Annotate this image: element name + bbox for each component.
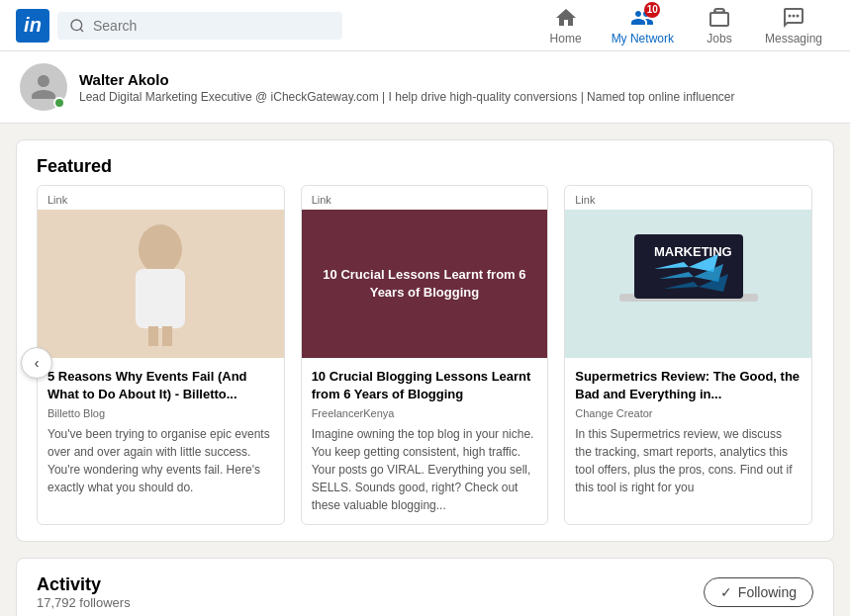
search-icon [69,18,85,34]
nav-jobs-label: Jobs [707,32,731,45]
nav-items: Home 10 My Network Jobs [536,2,834,49]
main-content: Featured ‹ Link [0,124,850,616]
featured-section: Featured ‹ Link [16,139,834,542]
card-2-image: 10 Crucial Lessons Learnt from 6 Years o… [302,210,548,358]
card-1-image [38,210,284,358]
card-3-image: MARKETING [565,210,811,358]
activity-section: Activity 17,792 followers ✓ Following Po… [16,558,834,616]
activity-followers: 17,792 followers [37,595,131,610]
carousel-prev-button[interactable]: ‹ [21,347,52,379]
nav-messaging-label: Messaging [765,32,822,45]
profile-info: Walter Akolo Lead Digital Marketing Exec… [79,71,735,104]
svg-line-1 [80,29,83,32]
card-3-type: Link [565,186,811,210]
search-bar[interactable] [57,12,342,40]
nav-item-messaging[interactable]: Messaging [753,2,834,49]
card-1-source: Billetto Blog [47,407,274,419]
card-2-type: Link [302,186,548,210]
search-input[interactable] [93,18,331,34]
messaging-icon [782,6,805,30]
card-1-body: 5 Reasons Why Events Fail (And What to D… [38,358,284,506]
nav-network-label: My Network [612,32,674,45]
marketing-svg: MARKETING [600,215,778,353]
jobs-icon [708,6,731,30]
home-icon [554,6,578,30]
featured-card-2[interactable]: Link 10 Crucial Lessons Learnt from 6 Ye… [301,185,549,525]
nav-item-jobs[interactable]: Jobs [690,2,749,49]
card-1-title: 5 Reasons Why Events Fail (And What to D… [47,368,274,403]
svg-text:MARKETING: MARKETING [654,244,732,259]
following-check-icon: ✓ [720,584,732,600]
card-2-description: Imagine owning the top blog in your nich… [312,425,538,514]
nav-item-my-network[interactable]: 10 My Network [600,2,686,49]
activity-title: Activity [37,574,131,595]
card-3-source: Change Creator [575,407,802,419]
activity-header: Activity 17,792 followers ✓ Following [17,559,833,614]
featured-cards: Link 5 Reasons Why Events Fail (And What [37,185,813,525]
network-badge: 10 [644,2,660,18]
svg-rect-8 [162,326,172,346]
person-icon [29,72,58,102]
svg-point-0 [71,20,82,31]
card-1-description: You've been trying to organise epic even… [47,425,274,496]
card-1-type: Link [38,186,284,210]
following-btn-label: Following [738,584,797,600]
svg-rect-7 [148,326,158,346]
card-2-body: 10 Crucial Blogging Lessons Learnt from … [302,358,548,524]
card-3-body: Supermetrics Review: The Good, the Bad a… [565,358,811,506]
online-status-indicator [53,97,65,109]
nav-item-home[interactable]: Home [536,2,596,49]
top-navigation: in Home 10 My Network [0,0,850,51]
avatar-wrap [20,63,67,111]
featured-title: Featured [17,140,833,185]
profile-headline: Lead Digital Marketing Executive @ iChec… [79,90,735,104]
following-button[interactable]: ✓ Following [704,577,813,607]
linkedin-logo[interactable]: in [16,9,49,43]
nav-home-label: Home [550,32,582,45]
card-3-title: Supermetrics Review: The Good, the Bad a… [575,368,802,403]
svg-point-2 [788,14,791,17]
svg-rect-6 [136,269,185,328]
card-2-title: 10 Crucial Blogging Lessons Learnt from … [312,368,538,403]
featured-card-1[interactable]: Link 5 Reasons Why Events Fail (And What [37,185,285,525]
card-2-img-text: 10 Crucial Lessons Learnt from 6 Years o… [314,266,536,302]
profile-header: Walter Akolo Lead Digital Marketing Exec… [0,51,850,124]
card-3-description: In this Supermetrics review, we discuss … [575,425,802,496]
card-2-source: FreelancerKenya [312,407,538,419]
svg-point-3 [792,14,795,17]
person-thinking-svg [121,220,200,348]
svg-point-4 [796,14,799,17]
activity-title-block: Activity 17,792 followers [37,574,131,610]
featured-card-3[interactable]: Link MARKETING [564,185,812,525]
profile-name: Walter Akolo [79,71,735,88]
featured-container: ‹ Link [17,185,833,541]
